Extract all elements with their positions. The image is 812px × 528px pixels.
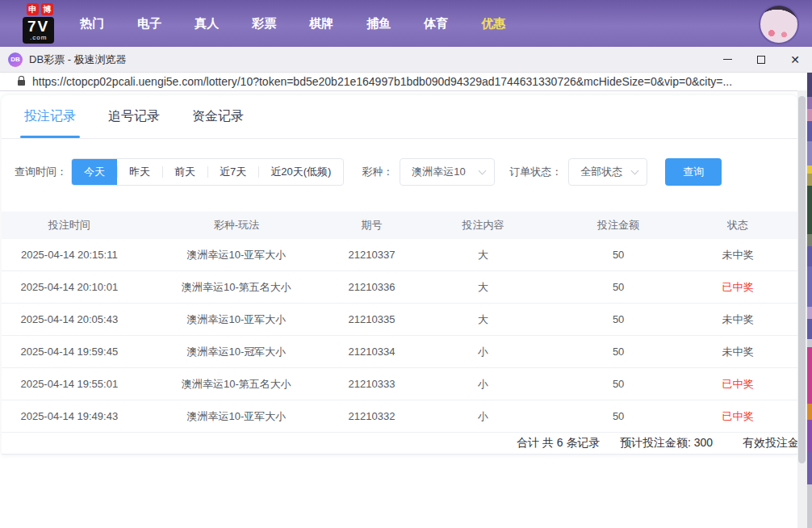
time-filter-day-before[interactable]: 前天 — [162, 159, 207, 185]
col-header-status: 状态 — [678, 218, 797, 233]
cell-status: 已中奖 — [678, 377, 797, 392]
logo-badge-bo: 博 — [41, 3, 53, 15]
col-header-period: 期号 — [336, 218, 408, 233]
cell-bet-content: 小 — [408, 409, 559, 424]
nav-item-promo[interactable]: 优惠 — [481, 16, 505, 31]
record-tabs: 投注记录 追号记录 资金记录 — [2, 95, 797, 139]
col-header-bet-content: 投注内容 — [408, 218, 559, 233]
cell-bet-content: 小 — [408, 377, 559, 392]
cell-bet-amount: 50 — [559, 281, 678, 293]
tab-fund-records[interactable]: 资金记录 — [192, 95, 244, 138]
order-status-select[interactable]: 全部状态 — [568, 158, 647, 186]
browser-urlbar[interactable]: https://ctopcp02pcali.uengi5e.com/lotter… — [0, 73, 812, 91]
cell-period: 21210336 — [336, 281, 408, 293]
cell-bet-time: 2025-04-14 20:15:11 — [2, 249, 137, 261]
site-logo[interactable]: 申 博 7V .com — [23, 3, 54, 44]
scrollbar[interactable] — [797, 90, 807, 528]
summary-total-records: 合计 共 6 条记录 — [517, 436, 600, 450]
nav-item-hot[interactable]: 热门 — [80, 16, 104, 31]
cell-bet-content: 大 — [408, 280, 559, 295]
tab-bet-records[interactable]: 投注记录 — [24, 95, 76, 138]
lottery-select-value: 澳洲幸运10 — [412, 165, 465, 179]
lock-icon[interactable] — [18, 80, 25, 86]
cell-status: 未中奖 — [678, 248, 797, 262]
filter-row: 查询时间： 今天 昨天 前天 近7天 近20天(低频) 彩种： 澳洲幸运10 订… — [15, 158, 797, 186]
close-button[interactable]: ✕ — [778, 47, 812, 72]
cell-period: 21210335 — [336, 313, 408, 325]
cell-bet-content: 小 — [408, 345, 559, 359]
logo-badge-shen: 申 — [27, 3, 39, 15]
records-card: 投注记录 追号记录 资金记录 查询时间： 今天 昨天 前天 近7天 近20天(低… — [2, 95, 797, 455]
search-button[interactable]: 查询 — [665, 158, 722, 186]
cell-status: 已中奖 — [678, 409, 797, 424]
col-header-play: 彩种-玩法 — [137, 218, 337, 233]
time-filter-last-20-days[interactable]: 近20天(低频) — [258, 159, 343, 185]
nav-item-lottery[interactable]: 彩票 — [252, 16, 276, 31]
tab-chase-records[interactable]: 追号记录 — [108, 95, 160, 138]
time-filter-group: 今天 昨天 前天 近7天 近20天(低频) — [71, 158, 344, 186]
order-status-label: 订单状态： — [509, 165, 562, 179]
cell-play: 澳洲幸运10-亚军大小 — [137, 312, 337, 327]
cell-bet-time: 2025-04-14 19:49:43 — [2, 410, 137, 422]
cell-bet-amount: 50 — [559, 410, 678, 422]
cell-play: 澳洲幸运10-第五名大小 — [137, 377, 337, 392]
nav-item-live[interactable]: 真人 — [195, 16, 219, 31]
maximize-button[interactable] — [744, 47, 778, 72]
cell-status: 已中奖 — [678, 280, 797, 295]
cell-play: 澳洲幸运10-亚军大小 — [137, 409, 337, 424]
site-nav-items: 热门 电子 真人 彩票 棋牌 捕鱼 体育 优惠 — [80, 16, 538, 31]
lottery-select-label: 彩种： — [362, 165, 393, 179]
minimize-button[interactable] — [710, 47, 744, 72]
table-row: 2025-04-14 20:10:01 澳洲幸运10-第五名大小 2121033… — [2, 271, 797, 304]
table-row: 2025-04-14 19:55:01 澳洲幸运10-第五名大小 2121033… — [2, 368, 797, 400]
nav-item-fishing[interactable]: 捕鱼 — [366, 16, 391, 31]
maximize-icon — [757, 56, 765, 64]
nav-item-sports[interactable]: 体育 — [424, 16, 448, 31]
cell-bet-amount: 50 — [559, 346, 678, 358]
table-row: 2025-04-14 19:49:43 澳洲幸运10-亚军大小 21210332… — [2, 400, 797, 433]
col-header-bet-amount: 投注金额 — [559, 218, 678, 233]
cell-play: 澳洲幸运10-第五名大小 — [137, 280, 337, 295]
order-status-value: 全部状态 — [580, 165, 622, 179]
table-row: 2025-04-14 19:59:45 澳洲幸运10-冠军大小 21210334… — [2, 336, 797, 368]
summary-bar: 合计 共 6 条记录 预计投注金额: 300 有效投注金额 — [2, 433, 797, 455]
time-filter-last-7-days[interactable]: 近7天 — [207, 159, 258, 185]
cell-bet-content: 大 — [408, 248, 559, 262]
cell-bet-amount: 50 — [559, 249, 678, 261]
cell-period: 21210333 — [336, 378, 408, 390]
cell-bet-amount: 50 — [559, 313, 678, 325]
table-header: 投注时间 彩种-玩法 期号 投注内容 投注金额 状态 — [2, 212, 797, 239]
cell-status: 未中奖 — [678, 312, 797, 327]
table-row: 2025-04-14 20:05:43 澳洲幸运10-亚军大小 21210335… — [2, 304, 797, 336]
chevron-down-icon — [631, 167, 639, 175]
cell-play: 澳洲幸运10-亚军大小 — [137, 248, 337, 262]
time-filter-yesterday[interactable]: 昨天 — [117, 159, 162, 185]
screen: 申 博 7V .com 热门 电子 真人 彩票 棋牌 捕鱼 体育 优惠 DB D… — [0, 0, 812, 528]
nav-item-chess[interactable]: 棋牌 — [309, 16, 333, 31]
logo-7v-text: 7V — [27, 19, 49, 34]
browser-titlebar: DB DB彩票 - 极速浏览器 ✕ — [0, 47, 812, 73]
window-controls: ✕ — [710, 47, 812, 72]
cell-bet-time: 2025-04-14 19:55:01 — [2, 378, 137, 390]
summary-valid-amount: 有效投注金额 — [743, 436, 797, 450]
user-avatar[interactable] — [759, 4, 799, 44]
browser-tab-icon: DB — [8, 52, 23, 67]
page-edge-strip — [807, 73, 812, 528]
site-navbar: 申 博 7V .com 热门 电子 真人 彩票 棋牌 捕鱼 体育 优惠 — [0, 0, 812, 47]
lottery-select[interactable]: 澳洲幸运10 — [400, 158, 495, 186]
time-filter-label: 查询时间： — [15, 165, 67, 179]
url-text[interactable]: https://ctopcp02pcali.uengi5e.com/lotter… — [32, 75, 732, 88]
close-icon: ✕ — [790, 54, 800, 65]
scrollbar-thumb[interactable] — [798, 96, 806, 463]
cell-bet-time: 2025-04-14 19:59:45 — [2, 346, 137, 358]
summary-expected-amount: 预计投注金额: 300 — [620, 436, 713, 450]
cell-bet-amount: 50 — [559, 378, 678, 390]
time-filter-today[interactable]: 今天 — [72, 159, 117, 185]
logo-com-text: .com — [27, 35, 49, 41]
cell-bet-content: 大 — [408, 312, 559, 327]
cell-period: 21210334 — [336, 346, 408, 358]
cell-period: 21210332 — [336, 410, 408, 422]
cell-period: 21210337 — [336, 249, 408, 261]
logo-box: 7V .com — [23, 17, 54, 44]
nav-item-slots[interactable]: 电子 — [137, 16, 161, 31]
